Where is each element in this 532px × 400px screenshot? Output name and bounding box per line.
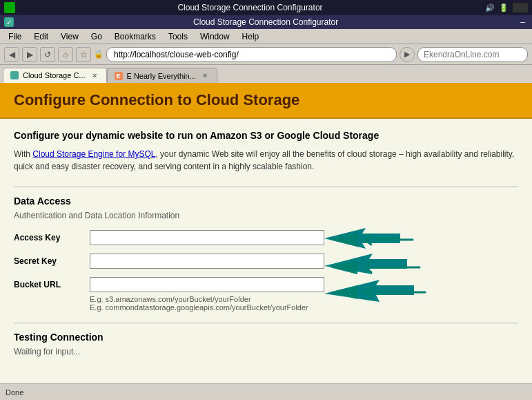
page-desc: With Cloud Storage Engine for MySQL, you… <box>14 148 518 173</box>
access-key-input[interactable] <box>90 230 324 245</box>
desc-prefix: With <box>14 149 32 159</box>
app-title-center: Cloud Storage Connection Configurator <box>193 17 338 27</box>
form-fields-container: Access Key Secret Key Bucket URL E.g. s3… <box>14 230 518 312</box>
menu-edit[interactable]: Edit <box>28 30 54 43</box>
status-bar: Done <box>0 383 532 400</box>
bucket-url-hint-2: E.g. commondatastorage.googleapis.com/yo… <box>90 303 518 312</box>
title-bar-controls: 🔊 🔋 <box>485 3 528 12</box>
page-subtitle: Configure your dynamic website to run on… <box>14 130 518 141</box>
app-title-bar: ✓ Cloud Storage Connection Configurator … <box>0 15 532 29</box>
battery-icon: 🔋 <box>499 3 509 12</box>
access-key-row: Access Key <box>14 230 518 245</box>
tab-bar: Cloud Storage C... ✕ E E Nearly Everythi… <box>0 65 532 83</box>
app-icon <box>4 2 15 13</box>
bucket-url-row: Bucket URL <box>14 277 518 292</box>
menu-file[interactable]: File <box>3 30 27 43</box>
tab-favicon-1 <box>10 71 19 79</box>
search-input[interactable] <box>417 47 528 62</box>
title-bar-title: Cloud Storage Connection Configurator <box>15 3 485 12</box>
desc-link[interactable]: Cloud Storage Engine for MySQL <box>32 149 155 159</box>
app-title-close[interactable]: – <box>518 17 528 27</box>
secret-key-input[interactable] <box>90 254 324 269</box>
address-bar-container: 🔒 ▶ <box>94 47 415 62</box>
page-header: Configure Connection to Cloud Storage <box>0 83 532 119</box>
status-text: Done <box>6 388 23 397</box>
page-content: Configure Connection to Cloud Storage Co… <box>0 83 532 383</box>
menu-tools[interactable]: Tools <box>163 30 193 43</box>
lock-icon: 🔒 <box>94 50 104 59</box>
testing-title: Testing Connection <box>14 332 518 343</box>
title-bar: Cloud Storage Connection Configurator 🔊 … <box>0 0 532 15</box>
menu-bookmarks[interactable]: Bookmarks <box>109 30 161 43</box>
secret-key-row: Secret Key <box>14 254 518 269</box>
menu-window[interactable]: Window <box>195 30 235 43</box>
data-access-desc: Authentication and Data Location Informa… <box>14 211 518 220</box>
data-access-title: Data Access <box>14 196 518 207</box>
tab-cloud-storage[interactable]: Cloud Storage C... ✕ <box>3 68 107 83</box>
secret-key-label: Secret Key <box>14 256 90 266</box>
back-button[interactable]: ◀ <box>4 47 19 62</box>
bookmark-button[interactable]: ☆ <box>76 47 91 62</box>
volume-icon: 🔊 <box>485 3 495 12</box>
forward-button[interactable]: ▶ <box>22 47 37 62</box>
menu-bar: File Edit View Go Bookmarks Tools Window… <box>0 29 532 44</box>
tab-favicon-2: E <box>115 72 123 80</box>
home-button[interactable]: ⌂ <box>58 47 73 62</box>
app-title-bar-left: ✓ <box>4 17 14 27</box>
menu-view[interactable]: View <box>55 30 84 43</box>
tab-close-1[interactable]: ✕ <box>90 70 99 80</box>
app-title-label: Cloud Storage Connection Configurator <box>193 17 338 27</box>
testing-status: Waiting for input... <box>14 347 518 356</box>
app-checkbox: ✓ <box>4 17 14 27</box>
go-button[interactable]: ▶ <box>400 47 415 62</box>
tab-label-1: Cloud Storage C... <box>23 71 86 79</box>
nav-bar: ◀ ▶ ↺ ⌂ ☆ 🔒 ▶ <box>0 44 532 65</box>
address-input[interactable] <box>106 47 397 62</box>
testing-section: Testing Connection Waiting for input... <box>14 323 518 356</box>
data-access-section: Data Access Authentication and Data Loca… <box>14 187 518 312</box>
power-icon <box>513 3 528 12</box>
tab-nearly-everything[interactable]: E E Nearly Everythin... ✕ <box>107 68 217 83</box>
access-key-label: Access Key <box>14 233 90 242</box>
tab-close-2[interactable]: ✕ <box>200 71 210 81</box>
menu-help[interactable]: Help <box>237 30 265 43</box>
title-bar-icons <box>4 2 15 13</box>
page-banner-title: Configure Connection to Cloud Storage <box>14 91 518 109</box>
menu-go[interactable]: Go <box>86 30 108 43</box>
bucket-url-hint-1: E.g. s3.amazonaws.com/yourBucket/yourFol… <box>90 295 518 303</box>
reload-button[interactable]: ↺ <box>40 47 55 62</box>
bucket-url-label: Bucket URL <box>14 280 90 289</box>
minimize-icon: – <box>520 17 525 27</box>
bucket-url-input[interactable] <box>90 277 324 292</box>
tab-label-2: E Nearly Everythin... <box>127 72 196 80</box>
page-body: Configure your dynamic website to run on… <box>0 119 532 377</box>
app-title-text: Cloud Storage Connection Configurator <box>177 3 322 12</box>
